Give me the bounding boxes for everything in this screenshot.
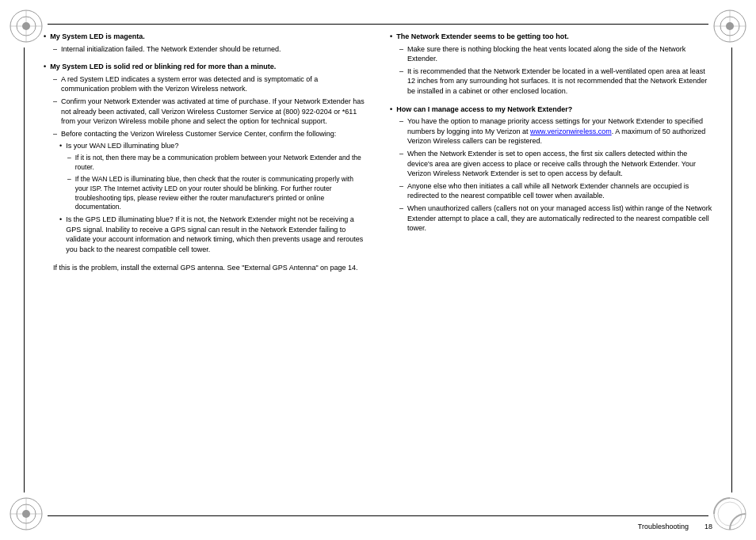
dash-open-access: When the Network Extender is set to open… — [390, 149, 712, 179]
corner-decoration-br — [710, 494, 750, 534]
left-column: My System LED is magenta. Internal initi… — [44, 32, 366, 504]
sub-bullet-wan-led: Is your WAN LED illuminating blue? — [44, 141, 366, 151]
bullet-manage-access: How can I manage access to my Network Ex… — [390, 105, 712, 115]
dash-well-ventilated: It is recommended that the Network Exten… — [390, 67, 712, 97]
corner-decoration-bl — [6, 494, 46, 534]
content-area: My System LED is magenta. Internal initi… — [44, 32, 712, 504]
right-column: The Network Extender seems to be getting… — [390, 32, 712, 504]
border-top — [48, 24, 708, 25]
footer-section: Troubleshooting — [638, 523, 689, 530]
bullet-too-hot: The Network Extender seems to be getting… — [390, 32, 712, 42]
footer: Troubleshooting 18 — [638, 523, 712, 530]
dash-anyone-else: Anyone else who then initiates a call wh… — [390, 181, 712, 201]
sub-bullet-gps-led: Is the GPS LED illuminating blue? If it … — [44, 215, 366, 254]
section-manage-access: How can I manage access to my Network Ex… — [390, 105, 712, 234]
indent-gps-problem: If this is the problem, install the exte… — [44, 263, 366, 273]
border-left — [24, 48, 25, 492]
verizon-wireless-link[interactable]: www.verizonwireless.com — [530, 127, 612, 135]
svg-point-16 — [718, 502, 742, 526]
dash-heat-vents: Make sure there is nothing blocking the … — [390, 44, 712, 64]
footer-page-number: 18 — [704, 523, 712, 530]
section-network-extender-hot: The Network Extender seems to be getting… — [390, 32, 712, 97]
dash-before-contacting: Before contacting the Verizon Wireless C… — [44, 129, 366, 139]
dash-red-system-led: A red System LED indicates a system erro… — [44, 74, 366, 94]
sub-dash-wan-blue: If the WAN LED is illuminating blue, the… — [44, 175, 366, 213]
bullet-system-led-magenta: My System LED is magenta. — [44, 32, 366, 42]
dash-internal-init: Internal initialization failed. The Netw… — [44, 44, 366, 55]
corner-decoration-tr — [710, 6, 750, 46]
border-right — [731, 48, 732, 492]
bullet-system-led-red: My System LED is solid red or blinking r… — [44, 62, 366, 72]
section-system-led-magenta: My System LED is magenta. Internal initi… — [44, 32, 366, 54]
dash-confirm-activation: Confirm your Network Extender was activa… — [44, 97, 366, 127]
section-system-led-red: My System LED is solid red or blinking r… — [44, 62, 366, 254]
corner-decoration-tl — [6, 6, 46, 46]
dash-manage-priority: You have the option to manage priority a… — [390, 116, 712, 146]
sub-dash-wan-not: If it is not, then there may be a commun… — [44, 154, 366, 173]
dash-unauthorized-callers: When unauthorized callers (callers not o… — [390, 203, 712, 234]
border-bottom — [48, 515, 708, 516]
